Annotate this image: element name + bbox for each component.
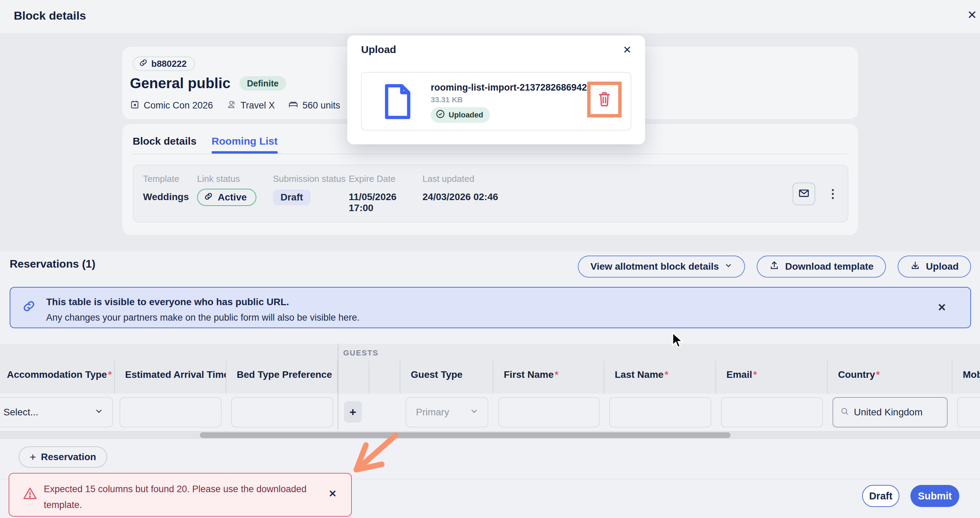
view-allotment-label: View allotment block details [590, 261, 719, 272]
country-input[interactable]: United Kingdom [832, 397, 948, 427]
add-guest-button[interactable]: + [344, 401, 362, 423]
agent-icon [226, 99, 236, 112]
accommodation-type-value: Select... [3, 407, 38, 418]
rooming-list-panel: Template Weddings Link status Active [133, 165, 848, 222]
download-template-button[interactable]: Download template [757, 256, 886, 278]
check-circle-icon [436, 109, 445, 121]
file-icon [381, 82, 414, 123]
email-input[interactable] [721, 397, 823, 427]
estimated-arrival-time-input[interactable] [119, 397, 221, 427]
block-meta-row: Comic Con 2026 Travel X 560 units [130, 99, 340, 112]
col-template: Template [143, 173, 180, 184]
block-details-screen: Block details ✕ b880222 General public D… [0, 0, 980, 518]
col-submission-status: Submission status [273, 173, 345, 184]
file-size: 33.31 KB [431, 95, 463, 104]
submit-button[interactable]: Submit [910, 485, 959, 507]
mobile-input[interactable] [957, 397, 980, 427]
header-email: Email [716, 361, 828, 394]
banner-title: This table is visible to everyone who ha… [46, 297, 289, 308]
header-first-name: First Name [493, 361, 605, 394]
uploaded-badge: Uploaded [431, 107, 490, 123]
reservation-row: Select... + Primary [0, 394, 980, 430]
trash-icon [597, 91, 612, 108]
last-name-input[interactable] [609, 397, 711, 427]
top-bar: Block details ✕ [0, 0, 980, 34]
block-id-text: b880222 [151, 59, 187, 69]
header-add-guest-spacer [338, 361, 369, 394]
reservations-heading: Reservations (1) [10, 257, 95, 270]
error-toast: Expected 15 columns but found 20. Please… [9, 473, 352, 516]
upload-modal-title: Upload [361, 44, 396, 56]
close-icon[interactable]: ✕ [964, 7, 980, 23]
warning-icon [22, 486, 38, 502]
link-icon [139, 58, 148, 70]
download-template-label: Download template [785, 261, 873, 272]
last-updated-value: 24/03/2026 02:46 [422, 192, 498, 202]
link-status-pill[interactable]: Active [197, 189, 256, 206]
header-estimated-arrival-time: Estimated Arrival Time [115, 361, 226, 394]
plus-icon: + [30, 451, 36, 464]
reservations-table: GUESTS Accommodation Type Estimated Arri… [0, 344, 980, 430]
header-accommodation-type: Accommodation Type [0, 361, 115, 394]
guests-group-header: GUESTS [0, 344, 980, 361]
close-icon[interactable]: ✕ [620, 42, 635, 57]
col-last-updated: Last updated [422, 173, 474, 184]
banner-subtitle: Any changes your partners make on the pu… [46, 312, 360, 323]
bed-icon [288, 99, 298, 112]
view-allotment-block-details-button[interactable]: View allotment block details [578, 256, 745, 278]
add-reservation-button[interactable]: + Reservation [19, 446, 107, 468]
tab-block-details[interactable]: Block details [133, 129, 196, 154]
col-link-status: Link status [197, 173, 240, 184]
upload-button[interactable]: Upload [898, 256, 971, 278]
file-name: rooming-list-import-2137282686942… [431, 82, 610, 93]
header-last-name: Last Name [605, 361, 716, 394]
units-value: 560 units [302, 100, 340, 111]
reservations-section: Reservations (1) View allotment block de… [0, 251, 980, 518]
status-badge: Definite [240, 76, 286, 91]
upload-icon [910, 261, 920, 273]
link-icon [204, 192, 213, 203]
link-icon [22, 299, 36, 315]
public-url-banner: This table is visible to everyone who ha… [10, 287, 971, 328]
error-toast-close-icon[interactable]: ✕ [329, 488, 337, 499]
template-value: Weddings [143, 192, 189, 202]
banner-close-icon[interactable]: ✕ [938, 301, 946, 313]
uploaded-file-card: rooming-list-import-2137282686942… 33.31… [361, 72, 631, 130]
chevron-down-icon [724, 261, 733, 272]
event-meta: Comic Con 2026 [130, 100, 213, 111]
units-meta: 560 units [288, 99, 340, 112]
bed-type-preference-input[interactable] [231, 397, 333, 427]
first-name-input[interactable] [498, 397, 600, 427]
error-toast-message: Expected 15 columns but found 20. Please… [44, 481, 316, 513]
guest-type-select[interactable]: Primary [406, 397, 488, 427]
draft-button[interactable]: Draft [862, 485, 899, 507]
guest-type-value: Primary [416, 407, 449, 418]
tab-rooming-list[interactable]: Rooming List [212, 129, 278, 154]
table-header-row: Accommodation Type Estimated Arrival Tim… [0, 361, 980, 394]
header-bed-type-preference: Bed Type Preference [226, 361, 338, 394]
guests-column-divider [338, 344, 338, 430]
download-template-icon [769, 261, 780, 273]
expire-date-value: 11/05/2026 17:00 [349, 192, 422, 213]
email-button[interactable] [792, 183, 815, 205]
accommodation-type-select[interactable]: Select... [0, 397, 113, 427]
search-icon [840, 407, 849, 418]
block-id-chip[interactable]: b880222 [133, 57, 195, 71]
delete-file-button[interactable] [587, 82, 622, 118]
partner-name: Travel X [240, 100, 275, 111]
header-country: Country [828, 361, 953, 394]
kebab-menu-icon[interactable]: ⋮ [827, 190, 839, 197]
header-guest-index-spacer [369, 361, 401, 394]
submission-status-badge: Draft [273, 189, 310, 205]
header-guest-type: Guest Type [401, 361, 493, 394]
upload-modal: Upload ✕ rooming-list-import-21372826869… [347, 35, 645, 144]
event-name: Comic Con 2026 [144, 100, 213, 111]
header-mobile: Mobile [953, 361, 980, 394]
col-expire-date: Expire Date [349, 173, 396, 184]
uploaded-badge-text: Uploaded [449, 111, 483, 119]
calendar-icon [130, 100, 140, 111]
link-status-text: Active [218, 192, 247, 203]
block-title: General public [130, 75, 231, 92]
horizontal-scrollbar-thumb[interactable] [200, 432, 730, 438]
chevron-down-icon [470, 407, 479, 418]
